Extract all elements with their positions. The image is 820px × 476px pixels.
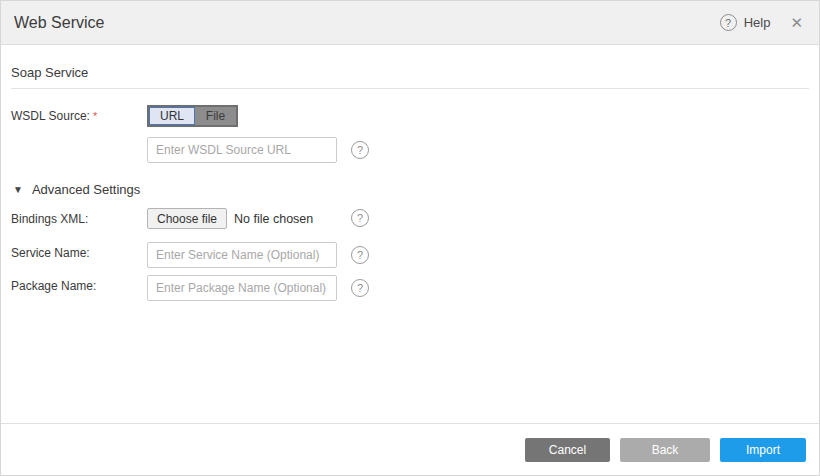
package-name-control — [147, 275, 337, 301]
package-name-label: Package Name: — [11, 275, 147, 293]
bindings-xml-row: Bindings XML: Choose file No file chosen… — [11, 208, 809, 229]
wsdl-source-label-text: WSDL Source: — [11, 109, 90, 123]
package-name-input[interactable] — [147, 275, 337, 301]
required-asterisk: * — [93, 110, 97, 122]
import-button[interactable]: Import — [720, 438, 806, 462]
section-title-soap-service: Soap Service — [11, 65, 809, 80]
bindings-xml-help-icon[interactable]: ? — [351, 209, 369, 227]
wsdl-url-help-icon[interactable]: ? — [351, 141, 369, 159]
wsdl-source-label: WSDL Source:* — [11, 105, 147, 123]
caret-down-icon: ▼ — [13, 184, 23, 195]
web-service-dialog: { "header": { "title": "Web Service", "h… — [0, 0, 820, 476]
service-name-input[interactable] — [147, 242, 337, 268]
service-name-label: Service Name: — [11, 242, 147, 260]
dialog-header: Web Service ? Help ✕ — [1, 1, 819, 45]
header-actions: ? Help ✕ — [720, 14, 803, 31]
toggle-option-file[interactable]: File — [195, 107, 236, 125]
package-name-row: Package Name: ? — [11, 275, 809, 301]
page-title: Web Service — [14, 14, 104, 32]
choose-file-button[interactable]: Choose file — [147, 208, 227, 229]
service-name-row: Service Name: ? — [11, 242, 809, 268]
cancel-button[interactable]: Cancel — [525, 438, 610, 462]
bindings-xml-label: Bindings XML: — [11, 208, 147, 226]
wsdl-url-input[interactable] — [147, 137, 337, 163]
dialog-footer: Cancel Back Import — [1, 423, 819, 475]
section-divider — [11, 88, 809, 89]
wsdl-source-toggle: URL File — [147, 105, 238, 127]
wsdl-url-row: ? — [11, 137, 809, 163]
wsdl-source-row: WSDL Source:* URL File — [11, 105, 809, 127]
help-icon[interactable]: ? — [720, 14, 737, 31]
back-button[interactable]: Back — [620, 438, 710, 462]
file-status-text: No file chosen — [234, 212, 313, 226]
advanced-settings-toggle[interactable]: ▼ Advanced Settings — [13, 182, 809, 197]
wsdl-url-spacer — [11, 137, 147, 141]
package-name-help-icon[interactable]: ? — [351, 279, 369, 297]
service-name-help-icon[interactable]: ? — [351, 246, 369, 264]
help-link[interactable]: Help — [744, 15, 771, 30]
service-name-control — [147, 242, 337, 268]
advanced-settings-label: Advanced Settings — [32, 182, 140, 197]
dialog-body: Soap Service WSDL Source:* URL File ? ▼ … — [1, 65, 819, 301]
bindings-xml-control: Choose file No file chosen — [147, 208, 337, 229]
wsdl-url-control — [147, 137, 337, 163]
close-icon[interactable]: ✕ — [790, 15, 803, 30]
toggle-option-url[interactable]: URL — [149, 107, 195, 125]
